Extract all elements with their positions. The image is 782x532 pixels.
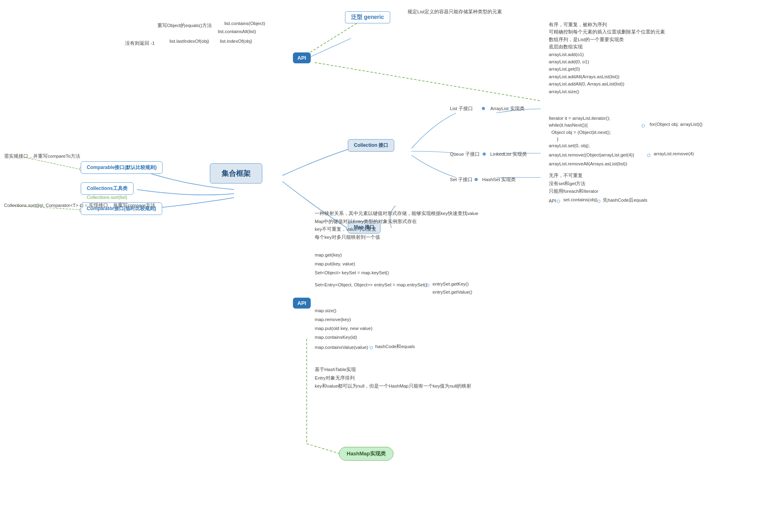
- iterator-code: Iterator it = arrayList.iterator(); whil…: [549, 115, 611, 143]
- remove-dot: [647, 154, 650, 157]
- linkedlist-label: LinkedList 实现类: [490, 151, 527, 157]
- remove-api2: arrayList.remove(4): [654, 151, 694, 156]
- collections-tool-node: Collections工具类: [81, 182, 134, 195]
- svg-line-1: [307, 19, 363, 54]
- collections-tool-label: Collections工具类: [87, 186, 128, 191]
- map-api-list2: map.size() map.remove(key) map.put(old k…: [315, 307, 372, 342]
- hashset-api-label: API: [549, 198, 556, 203]
- svg-line-2: [315, 63, 541, 101]
- iterator-dot1: [642, 124, 645, 127]
- list-contains-label: 重写Object的equals()方法: [157, 23, 212, 29]
- comparable-label: Comparable接口(默认比较规则): [87, 165, 157, 170]
- api-bottom-label: API: [297, 300, 306, 306]
- hashmap-details: 基于HashTable实现 Entry对象无序排列 key和value都可以为n…: [315, 365, 471, 390]
- collections-sort-label: Collections.sort(list): [87, 195, 127, 200]
- list-subinterface-label: List 子接口: [450, 106, 473, 112]
- set-subinterface-label: Set 子接口: [450, 177, 473, 183]
- arraylist-details: 有序，可重复，被称为序列 可精确控制每个元素的插入位置或删除某个位置的元素 数组…: [549, 21, 665, 95]
- lastindexof-api: list.lastIndexOf(obj): [169, 39, 209, 44]
- hashcode-equals-label: hashCode和equals: [375, 344, 415, 350]
- svg-line-0: [307, 38, 351, 58]
- collection-interface-node: Collection 接口: [348, 139, 394, 152]
- containsvalue-label: map.containsValue(value): [315, 345, 368, 350]
- hashset-details: 无序，不可重复 没有set和get方法 只能用foreach和Iterator: [549, 172, 598, 196]
- queue-dot: [483, 152, 486, 156]
- map-api-list: map.get(key) map.put(key, value) Set<Obj…: [315, 251, 389, 277]
- list-dot: [482, 107, 485, 110]
- need-implement-label: 需实规接口，并重写compareTo方法: [4, 153, 80, 159]
- hashset-api-dot: [557, 200, 560, 203]
- center-label: 集合框架: [222, 169, 251, 177]
- queue-subinterface-label: Queue 子接口: [450, 151, 480, 157]
- hashcode-dot: [597, 200, 600, 203]
- comparable-node: Comparable接口(默认比较规则): [81, 161, 163, 174]
- entryset-methods: entrySet.getKey() entrySet.getValue(): [433, 280, 472, 296]
- api-top-label: API: [297, 55, 306, 61]
- mindmap-canvas: 集合框架 泛型 generic 规定List定义的容器只能存储某种类型的元素 A…: [0, 0, 782, 532]
- foreach-label: for(Object obj: arrayList){}: [650, 122, 703, 127]
- api-bottom-node: API: [293, 298, 311, 309]
- hashcode-label: 先hashCode后equals: [603, 197, 647, 203]
- hashset-label: HashSet 实现类: [482, 177, 516, 183]
- containsvalue-dot: [370, 346, 373, 349]
- hashmap-label: HashMap实现类: [347, 451, 386, 457]
- center-node: 集合框架: [210, 163, 262, 184]
- collection-interface-label: Collection 接口: [354, 142, 388, 148]
- api-top-node: API: [293, 52, 311, 63]
- generic-desc: 规定List定义的容器只能存储某种类型的元素: [408, 9, 502, 15]
- hashmap-node: HashMap实现类: [339, 447, 393, 461]
- set-dot: [475, 178, 478, 181]
- set-api: arrayList.set(0, obj);: [549, 143, 590, 148]
- map-desc1: 一种映射关系，其中元素以键值对形式存储，能够实现根据key快速查找value M…: [315, 210, 478, 241]
- set-contains-api: set.contains(obj): [563, 197, 597, 202]
- generic-label: 泛型 generic: [351, 14, 384, 20]
- list-containsall-api: list.containsAll(list): [218, 29, 256, 34]
- generic-node: 泛型 generic: [345, 11, 390, 23]
- entryset-label: Set<Entry<Object, Object>> entrySet = ma…: [315, 282, 427, 287]
- indexof-api: list.indexOf(obj): [220, 39, 252, 44]
- implement-compare-label: Collections.sort(list, Comparator<T> c) …: [4, 202, 155, 209]
- arraylist-label: ArrayList 实现类: [490, 106, 525, 112]
- list-contains-api: list.contains(Object): [224, 21, 265, 26]
- no-return-label: 没有则返回 -1: [125, 40, 155, 46]
- removeall-api: arrayList.removeAll(Arrays.asList(list)): [549, 161, 627, 166]
- remove-api1: arrayList.remove((Object)arrayList.get(4…: [549, 152, 634, 157]
